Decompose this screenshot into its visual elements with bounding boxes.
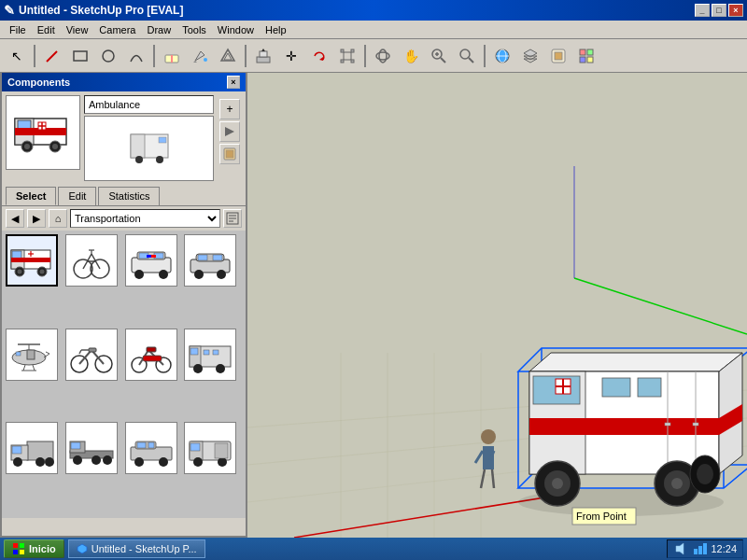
- toolbar-sep-1: [34, 45, 35, 67]
- svg-rect-35: [555, 52, 562, 60]
- minimize-button[interactable]: _: [695, 4, 710, 17]
- nav-back-button[interactable]: ◀: [6, 209, 24, 228]
- svg-rect-86: [147, 255, 151, 258]
- svg-rect-90: [198, 255, 207, 260]
- menu-view[interactable]: View: [61, 22, 94, 37]
- scene-svg: From Point: [247, 73, 747, 538]
- toolbar-sep-5: [484, 45, 486, 67]
- menu-window[interactable]: Window: [212, 22, 260, 37]
- arc-tool[interactable]: [123, 43, 149, 69]
- move-tool[interactable]: ✛: [278, 43, 304, 69]
- svg-marker-8: [221, 49, 234, 61]
- component-name-input[interactable]: [84, 95, 214, 114]
- close-button[interactable]: ×: [728, 4, 743, 17]
- component-motorcycle[interactable]: [65, 329, 118, 381]
- pan-tool[interactable]: ✋: [398, 43, 424, 69]
- materials-tool[interactable]: [573, 43, 599, 69]
- menu-help[interactable]: Help: [260, 22, 292, 37]
- component-bicycles[interactable]: [65, 234, 118, 287]
- svg-point-68: [18, 270, 22, 274]
- svg-rect-18: [341, 60, 344, 63]
- menu-camera[interactable]: Camera: [93, 22, 141, 37]
- svg-rect-65: [12, 251, 21, 259]
- eraser-tool[interactable]: [159, 43, 185, 69]
- volume-icon: [673, 541, 688, 556]
- menu-draw[interactable]: Draw: [141, 22, 176, 37]
- network-icon: [692, 541, 707, 556]
- start-button[interactable]: Inicio: [4, 539, 64, 558]
- components-tool[interactable]: [545, 43, 571, 69]
- clock: 12:24: [711, 543, 737, 554]
- svg-rect-196: [13, 543, 18, 548]
- orbit-tool[interactable]: [370, 43, 396, 69]
- select-tool[interactable]: ↖: [4, 43, 30, 69]
- svg-rect-174: [693, 423, 698, 426]
- component-detail-button[interactable]: [219, 144, 240, 164]
- component-ambulance[interactable]: [6, 234, 58, 287]
- svg-point-54: [135, 156, 143, 163]
- panel-title: Components: [7, 77, 70, 88]
- rotate-tool[interactable]: [306, 43, 332, 69]
- nav-home-button[interactable]: ⌂: [49, 209, 67, 228]
- svg-point-92: [194, 270, 204, 279]
- menu-tools[interactable]: Tools: [176, 22, 212, 37]
- maximize-button[interactable]: □: [712, 4, 726, 17]
- component-rv[interactable]: [184, 329, 236, 381]
- tab-edit[interactable]: Edit: [58, 187, 96, 205]
- category-dropdown[interactable]: Transportation Architecture People Vehic…: [70, 209, 220, 228]
- menu-edit[interactable]: Edit: [32, 22, 61, 37]
- globe-tool[interactable]: [489, 43, 515, 69]
- svg-point-85: [159, 270, 168, 279]
- viewport[interactable]: From Point: [247, 73, 747, 538]
- add-to-model-button[interactable]: +: [219, 99, 240, 119]
- title-bar: ✎ Untitled - SketchUp Pro [EVAL] _ □ ×: [0, 0, 747, 21]
- svg-rect-119: [213, 350, 218, 355]
- svg-rect-173: [665, 423, 670, 426]
- toolbar-sep-2: [153, 45, 155, 67]
- preview-icon-area: [84, 116, 214, 181]
- svg-rect-5: [171, 55, 173, 63]
- main-area: Components ×: [0, 73, 747, 538]
- rectangle-tool[interactable]: [67, 43, 93, 69]
- zoom-extents-tool[interactable]: [454, 43, 480, 69]
- component-options-button[interactable]: [219, 121, 240, 142]
- svg-point-138: [134, 457, 144, 467]
- scale-tool[interactable]: [334, 43, 360, 69]
- component-helicopter[interactable]: [6, 329, 58, 381]
- svg-rect-113: [147, 347, 156, 352]
- component-pickup[interactable]: [125, 422, 177, 474]
- svg-point-45: [24, 144, 30, 149]
- svg-point-126: [35, 457, 45, 467]
- zoom-tool[interactable]: [426, 43, 452, 69]
- component-flatbed[interactable]: [65, 422, 118, 474]
- svg-rect-136: [137, 442, 146, 448]
- component-van[interactable]: [184, 422, 236, 474]
- pushpull-tool[interactable]: [250, 43, 276, 69]
- taskbar-sketchup[interactable]: Untitled - SketchUp P...: [68, 539, 205, 558]
- paint-tool[interactable]: [187, 43, 213, 69]
- svg-point-144: [218, 457, 227, 467]
- nav-forward-button[interactable]: ▶: [27, 209, 46, 228]
- tab-statistics[interactable]: Statistics: [98, 187, 160, 205]
- svg-marker-200: [78, 544, 87, 553]
- component-truck[interactable]: [6, 422, 58, 474]
- component-motorcycle2[interactable]: [125, 329, 177, 381]
- component-sedan[interactable]: [184, 234, 236, 287]
- svg-rect-58: [226, 150, 233, 158]
- offset-tool[interactable]: [215, 43, 241, 69]
- component-police-car[interactable]: [125, 234, 177, 287]
- svg-rect-2: [74, 51, 87, 61]
- circle-tool[interactable]: [95, 43, 121, 69]
- nav-details-button[interactable]: [223, 209, 242, 228]
- svg-line-101: [23, 365, 25, 371]
- panel-close-button[interactable]: ×: [227, 76, 240, 89]
- svg-rect-175: [602, 378, 630, 397]
- svg-point-185: [671, 478, 683, 489]
- svg-point-70: [40, 270, 45, 274]
- pencil-tool[interactable]: [39, 43, 65, 69]
- menu-file[interactable]: File: [4, 22, 32, 37]
- preview-thumbnail: [6, 95, 80, 170]
- tab-select[interactable]: Select: [6, 187, 56, 205]
- svg-marker-6: [193, 61, 197, 63]
- layers-tool[interactable]: [517, 43, 543, 69]
